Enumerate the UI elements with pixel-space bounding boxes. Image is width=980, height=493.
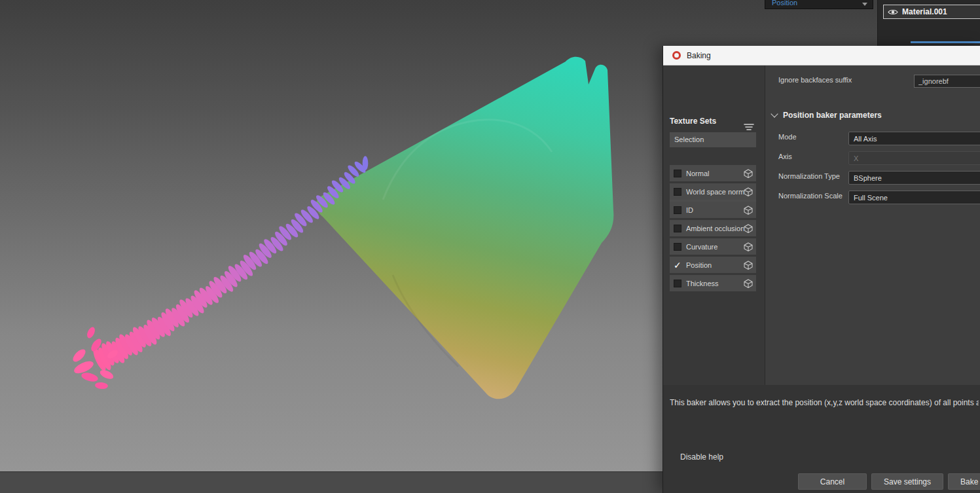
mesh-map-row[interactable]: Ambient occlusion (670, 220, 756, 236)
normalization-type-dropdown[interactable]: BSphere (848, 171, 980, 185)
mesh-map-row[interactable]: World space normal (670, 183, 756, 200)
material-name: Material.001 (902, 7, 947, 16)
dialog-title: Baking (687, 51, 711, 60)
mode-label: Mode (778, 133, 797, 141)
disable-help-button[interactable]: Disable help (680, 452, 723, 462)
checkbox-icon[interactable] (674, 225, 681, 232)
position-baker-section-header[interactable]: Position baker parameters (772, 111, 882, 120)
mesh-map-label: Position (686, 261, 744, 269)
baking-icon (672, 51, 681, 60)
selection-accent-line (911, 41, 980, 43)
mesh-map-label: World space normal (686, 188, 744, 196)
ignore-backfaces-label: Ignore backfaces suffix (778, 76, 852, 84)
texture-set-item-selection[interactable]: Selection (670, 132, 756, 147)
chevron-down-icon (862, 3, 867, 6)
mesh-map-label: ID (686, 206, 744, 214)
mode-dropdown[interactable]: All Axis (848, 132, 980, 145)
layers-panel: Material.001 (877, 0, 980, 46)
viewport-mode-label: Position (772, 0, 797, 7)
texture-sets-header: Texture Sets (670, 117, 716, 126)
normalization-type-label: Normalization Type (778, 172, 840, 180)
normalization-scale-dropdown[interactable]: Full Scene (848, 191, 980, 204)
baker-help-text: This baker allows you to extract the pos… (670, 398, 979, 407)
mesh-map-row[interactable]: Position (670, 257, 756, 273)
position-map-model (0, 0, 662, 471)
material-layer-item[interactable]: Material.001 (883, 5, 980, 19)
cube-icon (744, 187, 753, 196)
bake-button[interactable]: Bake Ma (948, 473, 980, 490)
phone-body (316, 57, 614, 399)
app-window: Position Material.001 Baking Texture Set… (0, 0, 980, 493)
cube-icon (744, 242, 753, 251)
cube-icon (744, 224, 753, 233)
mesh-map-row[interactable]: Normal (670, 165, 756, 181)
filter-icon[interactable] (743, 122, 755, 132)
checkbox-icon[interactable] (674, 261, 681, 269)
axis-dropdown: X (848, 151, 980, 165)
ignore-backfaces-input[interactable] (914, 75, 980, 88)
cube-icon (744, 261, 753, 270)
mesh-map-row[interactable]: Curvature (670, 238, 756, 255)
mesh-map-label: Ambient occlusion (686, 225, 744, 232)
checkbox-icon[interactable] (674, 188, 681, 196)
eye-icon[interactable] (888, 9, 898, 16)
normalization-scale-label: Normalization Scale (778, 192, 843, 200)
phone-cord (71, 156, 368, 390)
chevron-down-icon (771, 110, 778, 117)
save-settings-button[interactable]: Save settings (871, 473, 943, 490)
mesh-map-row[interactable]: ID (670, 202, 756, 218)
baking-dialog: Baking Texture Sets Selection Mesh maps:… (662, 46, 980, 493)
mesh-map-label: Curvature (686, 243, 744, 251)
checkbox-icon[interactable] (674, 206, 681, 214)
cube-icon (744, 206, 753, 215)
cube-icon (744, 279, 753, 288)
mesh-map-row[interactable]: Thickness (670, 275, 756, 291)
viewport-mode-dropdown[interactable]: Position (765, 0, 873, 9)
mesh-map-label: Normal (686, 170, 744, 177)
checkbox-icon[interactable] (674, 170, 681, 177)
cube-icon (744, 169, 753, 178)
mesh-maps-list: Normal World space normal ID (670, 165, 756, 293)
section-title: Position baker parameters (783, 111, 882, 120)
checkbox-icon[interactable] (674, 243, 681, 251)
axis-label: Axis (778, 153, 792, 160)
cancel-button[interactable]: Cancel (798, 473, 867, 490)
dialog-title-bar[interactable]: Baking (663, 46, 980, 65)
mesh-map-label: Thickness (686, 280, 744, 287)
checkbox-icon[interactable] (674, 280, 681, 287)
